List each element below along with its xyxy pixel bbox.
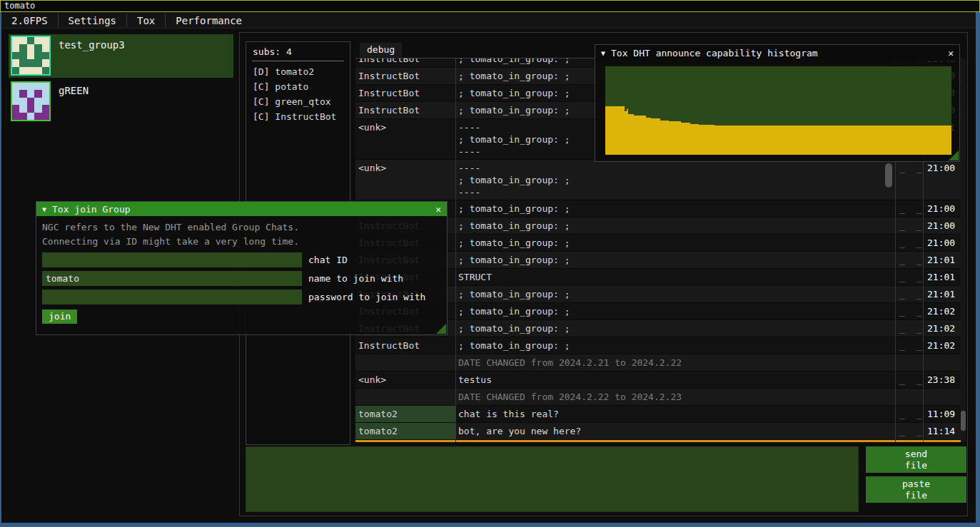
join-group-window-title: Tox join Group (52, 204, 131, 215)
avatar-pixel (42, 52, 49, 59)
message-author: tomato2 (355, 423, 455, 439)
os-titlebar[interactable]: tomato (0, 0, 980, 12)
avatar-pixel (27, 113, 34, 120)
collapse-icon[interactable]: ▼ (42, 205, 46, 213)
avatar-pixel (42, 90, 49, 97)
message-text: bot, are you new here? (455, 423, 895, 439)
tab-debug[interactable]: debug (360, 43, 402, 57)
chat-row[interactable]: <unk>---- ; tomato_in_group: ; ----_ _21… (355, 160, 961, 200)
histogram-bar (605, 106, 625, 155)
avatar-pixel (42, 98, 49, 105)
member-list-item[interactable]: [C] green_qtox (246, 94, 350, 109)
avatar-pixel (42, 44, 49, 51)
histogram-window: ▼ Tox DHT announce capability histogram … (595, 44, 960, 162)
avatar-pixel (12, 105, 19, 112)
message-text: ; tomato_in_group: ; (455, 286, 895, 302)
avatar-pixel (19, 37, 26, 44)
histogram-window-title: Tox DHT announce capability histogram (611, 48, 818, 58)
menu-item-tox[interactable]: Tox (127, 13, 165, 28)
join-field-label-password-to-join-with: password to join with (308, 290, 425, 305)
chat-row: DATE CHANGED from 2024.2.22 to 2024.2.23 (355, 389, 961, 406)
member-list-item[interactable]: [D] tomato2 (246, 64, 350, 79)
message-text: ; tomato_in_group: ; (455, 235, 895, 251)
message-text: ; tomato_in_group: ; (455, 320, 895, 337)
message-text: ; tomato_in_group: ; (455, 252, 895, 268)
message-input[interactable] (246, 446, 859, 512)
join-field-row: name to join with (42, 271, 441, 286)
join-group-window-titlebar[interactable]: ▼ Tox join Group ✕ (36, 202, 447, 216)
close-icon[interactable]: ✕ (948, 48, 954, 58)
message-time: 21:00 (923, 218, 961, 234)
avatar-pixel (19, 90, 26, 97)
avatar-pixel (12, 113, 19, 120)
message-author: InstructBot (355, 440, 455, 442)
message-text: ---- ; tomato_in_group: ; ---- (455, 160, 895, 200)
menubar: 2.0FPSSettingsToxPerformance (1, 13, 976, 29)
avatar-pixel (12, 67, 19, 74)
message-status: _ _ (895, 286, 923, 302)
join-field-row: password to join with (42, 290, 441, 305)
message-author: <unk> (355, 372, 455, 388)
histogram-bar (669, 121, 681, 155)
avatar-pixel (19, 83, 26, 90)
avatar-pixel (34, 83, 41, 90)
message-status: d _ (895, 440, 923, 442)
member-list: [D] tomato2[C] potato[C] green_qtox[C] I… (246, 64, 350, 124)
avatar-pixel (34, 105, 41, 112)
paste-file-button[interactable]: paste file (866, 476, 966, 503)
avatar-pixel (12, 59, 19, 66)
group-item-green[interactable]: gREEN (9, 80, 233, 123)
menu-item-performance[interactable]: Performance (166, 13, 252, 28)
inner-scrollbar-thumb[interactable] (885, 163, 892, 188)
message-text: No, I've been in this group for quite so… (455, 440, 895, 442)
chat-row[interactable]: tomato2chat is this real?_ _11:09 (355, 406, 961, 423)
message-status: _ _ (895, 235, 923, 251)
chat-scrollbar-track[interactable] (961, 58, 966, 442)
message-status: _ _ (895, 218, 923, 234)
chat-row[interactable]: tomato2bot, are you new here?_ _11:14 (355, 423, 961, 440)
join-input-chat-id[interactable] (42, 252, 302, 267)
chat-scrollbar-thumb[interactable] (961, 411, 966, 431)
chat-row[interactable]: <unk>testus_ _23:38 (355, 372, 961, 389)
group-name: test_group3 (59, 39, 125, 78)
menu-item-2-0fps[interactable]: 2.0FPS (1, 13, 58, 28)
collapse-icon[interactable]: ▼ (601, 49, 605, 57)
member-list-item[interactable]: [C] potato (246, 79, 350, 94)
window-frame-right (976, 12, 980, 527)
histogram-bar (690, 124, 699, 155)
send-file-button[interactable]: send file (866, 446, 966, 473)
message-text: DATE CHANGED from 2024.2.21 to 2024.2.22 (455, 354, 895, 371)
histogram-bar (646, 118, 651, 155)
chat-row[interactable]: InstructBot; tomato_in_group: ;_ _21:02 (355, 337, 961, 354)
resize-grip-icon[interactable] (949, 150, 959, 160)
chat-row[interactable]: InstructBotNo, I've been in this group f… (355, 440, 961, 442)
histogram-window-titlebar[interactable]: ▼ Tox DHT announce capability histogram … (595, 45, 959, 61)
avatar-pixel (12, 98, 19, 105)
avatar-pixel (34, 98, 41, 105)
resize-grip-icon[interactable] (436, 324, 446, 334)
member-list-item[interactable]: [C] InstructBot (246, 109, 350, 124)
avatar-pixel (19, 52, 26, 59)
message-status (895, 389, 923, 405)
message-status: _ _ (895, 160, 923, 200)
join-input-name-to-join-with[interactable] (42, 271, 302, 286)
message-author: tomato2 (355, 406, 455, 422)
group-avatar (11, 81, 51, 121)
message-author: InstructBot (355, 85, 455, 101)
join-button[interactable]: join (42, 309, 77, 324)
join-field-row: chat ID (42, 252, 441, 267)
group-item-test-group3[interactable]: test_group3 (9, 34, 233, 78)
close-icon[interactable]: ✕ (435, 204, 441, 215)
histogram-bar (660, 121, 669, 155)
message-status (895, 354, 923, 371)
message-time: 21:02 (923, 337, 961, 354)
join-input-password-to-join-with[interactable] (42, 290, 302, 305)
message-time: 21:00 (923, 200, 961, 217)
message-text: DATE CHANGED from 2024.2.22 to 2024.2.23 (455, 389, 895, 405)
avatar-pixel (19, 67, 26, 74)
avatar-pixel (19, 113, 26, 120)
menu-item-settings[interactable]: Settings (59, 13, 126, 28)
histogram-bar (634, 116, 646, 155)
avatar-pixel (42, 67, 49, 74)
message-time: 21:01 (923, 269, 961, 285)
